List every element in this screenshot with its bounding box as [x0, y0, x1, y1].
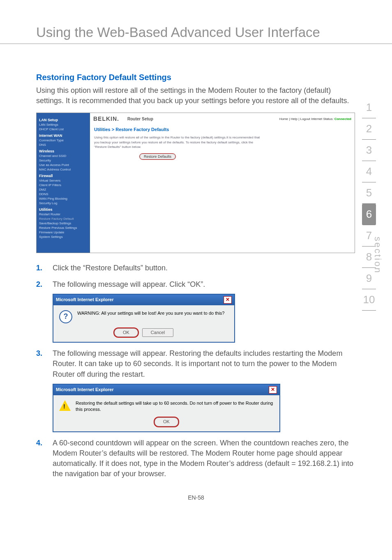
ie-dialog-info: Microsoft Internet Explorer ✕ Restoring … — [53, 384, 280, 432]
sidebar-item[interactable]: Restore Previous Settings — [39, 226, 88, 230]
sidebar-item[interactable]: Use as Access Point — [39, 163, 88, 167]
belkin-logo: BELKIN. — [93, 115, 119, 122]
sidebar-item[interactable]: System Settings — [39, 235, 88, 239]
step-number: 1. — [36, 263, 45, 273]
step-text: Click the “Restore Defaults” button. — [53, 263, 355, 273]
sidebar-category: Wireless — [39, 149, 88, 153]
sidebar-item[interactable]: Save/Backup Settings — [39, 221, 88, 225]
sidebar-item[interactable]: Security Log — [39, 201, 88, 205]
router-top-title: Router Setup — [127, 117, 153, 121]
page-title: Using the Web-Based Advanced User Interf… — [0, 25, 392, 44]
intro-paragraph: Using this option will restore all of th… — [36, 85, 355, 106]
step-3: 3. The following message will appear. Re… — [36, 348, 355, 432]
router-sidebar: LAN SetupLAN SettingsDHCP Client ListInt… — [37, 113, 90, 253]
section-nav-item[interactable]: 5 — [362, 182, 376, 204]
sidebar-item[interactable]: DMZ — [39, 188, 88, 191]
sidebar-item[interactable]: Channel and SSID — [39, 154, 88, 158]
page-number: EN-58 — [0, 494, 392, 501]
step-1: 1. Click the “Restore Defaults” button. — [36, 263, 355, 273]
steps-list: 1. Click the “Restore Defaults” button. … — [36, 263, 355, 479]
sidebar-item[interactable]: Security — [39, 159, 88, 162]
close-icon[interactable]: ✕ — [224, 296, 232, 304]
sidebar-category: Internet WAN — [39, 134, 88, 138]
dialog-title: Microsoft Internet Explorer — [56, 387, 114, 393]
section-nav-item[interactable]: 10 — [362, 289, 376, 311]
sidebar-item[interactable]: Restore Factory Default — [39, 217, 88, 221]
router-top-links: Home | Help | Logout Internet Status: Co… — [279, 117, 351, 121]
step-text: The following message will appear. Resto… — [53, 349, 342, 378]
sidebar-item[interactable]: WAN Ping Blocking — [39, 197, 88, 200]
question-icon: ? — [59, 310, 72, 323]
step-text: The following message will appear. Click… — [53, 280, 205, 288]
ie-dialog-warning: Microsoft Internet Explorer ✕ ? WARNING:… — [53, 294, 235, 343]
close-icon[interactable]: ✕ — [269, 386, 277, 394]
section-heading: Restoring Factory Default Settings — [36, 73, 355, 82]
sidebar-item[interactable]: MAC Address Control — [39, 168, 88, 171]
step-number: 3. — [36, 348, 45, 359]
section-nav-item[interactable]: 3 — [362, 140, 376, 161]
dialog-message: WARNING: All your settings will be lost!… — [77, 310, 224, 316]
sidebar-item[interactable]: Client IP Filters — [39, 183, 88, 187]
sidebar-category: Utilities — [39, 207, 88, 212]
ok-button[interactable]: OK — [114, 328, 138, 337]
section-nav-item[interactable]: 4 — [362, 161, 376, 182]
step-text: A 60-second countdown will appear on the… — [53, 438, 355, 479]
section-nav-item[interactable]: 1 — [362, 97, 376, 118]
section-nav: section 12345678910 — [357, 97, 381, 311]
cancel-button[interactable]: Cancel — [142, 328, 173, 337]
ok-button[interactable]: OK — [154, 417, 178, 426]
section-nav-item[interactable]: 6 — [362, 204, 376, 225]
dialog-message: Restoring the default settings will take… — [76, 400, 274, 413]
step-number: 2. — [36, 279, 45, 290]
sidebar-category: Firewall — [39, 174, 88, 178]
sidebar-category: LAN Setup — [39, 118, 88, 122]
step-number: 4. — [36, 438, 45, 448]
router-description: Using this option will restore all of th… — [90, 134, 267, 153]
step-4: 4. A 60-second countdown will appear on … — [36, 438, 355, 479]
breadcrumb: Utilities > Restore Factory Defaults — [90, 124, 355, 134]
dialog-title: Microsoft Internet Explorer — [56, 297, 114, 303]
sidebar-item[interactable]: DNS — [39, 143, 88, 147]
warning-icon — [59, 400, 71, 411]
section-nav-item[interactable]: 2 — [362, 118, 376, 140]
sidebar-item[interactable]: Firmware Update — [39, 230, 88, 234]
sidebar-item[interactable]: Virtual Servers — [39, 179, 88, 182]
section-label: section — [372, 237, 383, 274]
sidebar-item[interactable]: LAN Settings — [39, 123, 88, 127]
router-top-links-text[interactable]: Home | Help | Logout Internet Status: — [279, 117, 334, 121]
sidebar-item[interactable]: DDNS — [39, 192, 88, 196]
sidebar-item[interactable]: Restart Router — [39, 212, 88, 216]
sidebar-item[interactable]: DHCP Client List — [39, 127, 88, 131]
step-2: 2. The following message will appear. Cl… — [36, 279, 355, 343]
restore-defaults-button[interactable]: Restore Defaults — [139, 153, 176, 160]
sidebar-item[interactable]: Connection Type — [39, 138, 88, 142]
internet-status-value: Connected — [334, 117, 351, 121]
router-admin-screenshot: LAN SetupLAN SettingsDHCP Client ListInt… — [36, 113, 355, 253]
